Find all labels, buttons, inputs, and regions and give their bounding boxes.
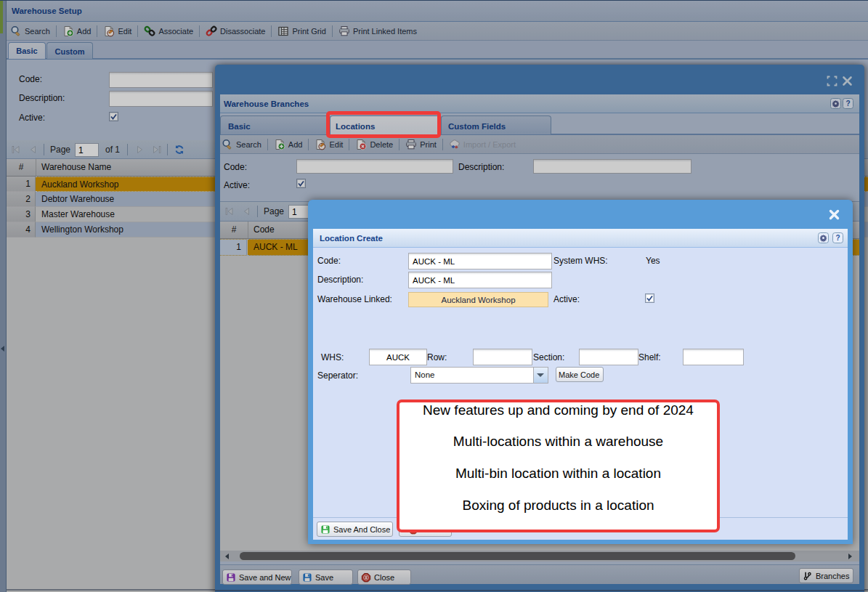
svg-text:?: ?	[835, 234, 840, 242]
